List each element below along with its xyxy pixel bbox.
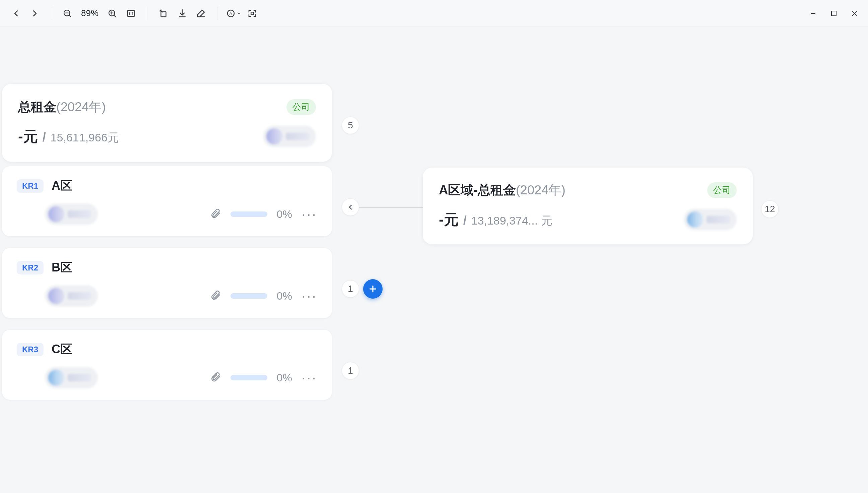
divider (147, 7, 148, 20)
owner-chip[interactable] (45, 203, 98, 225)
zoom-fit-button[interactable]: 1:1 (123, 5, 139, 21)
owner-chip[interactable] (45, 285, 98, 307)
owner-name-redacted (68, 211, 91, 218)
svg-line-6 (114, 15, 116, 17)
kr-tag: KR2 (17, 261, 44, 275)
kr-card-1[interactable]: KR1 A区 0% ··· (2, 166, 332, 236)
back-button[interactable] (8, 5, 24, 21)
kr-tag: KR1 (17, 179, 44, 193)
child-objective-child-count[interactable]: 12 (761, 200, 779, 218)
svg-text:1:1: 1:1 (128, 12, 134, 16)
progress-bar (230, 212, 267, 217)
owner-chip[interactable] (684, 209, 737, 230)
kr2-child-count[interactable]: 1 (342, 280, 359, 298)
scope-badge: 公司 (286, 99, 316, 115)
attachment-icon[interactable] (210, 371, 221, 384)
close-button[interactable] (849, 8, 860, 19)
kr3-child-count[interactable]: 1 (342, 362, 359, 379)
forward-button[interactable] (27, 5, 43, 21)
zoom-level-label: 89% (78, 8, 102, 18)
child-target-value: 13,189,374... 元 (471, 213, 552, 229)
avatar (266, 128, 283, 145)
progress-percent: 0% (277, 290, 292, 302)
minimize-button[interactable] (808, 8, 818, 19)
kr-card-3[interactable]: KR3 C区 0% ··· (2, 330, 332, 400)
owner-name-redacted (707, 216, 730, 223)
scope-badge: 公司 (707, 182, 737, 198)
objective-title-text: 总租金 (18, 100, 56, 114)
svg-rect-15 (831, 11, 836, 16)
zoom-out-button[interactable] (59, 5, 75, 21)
svg-rect-13 (251, 12, 253, 15)
attachment-icon[interactable] (210, 208, 221, 220)
svg-rect-9 (161, 12, 166, 17)
edit-button[interactable] (193, 5, 209, 21)
collapse-right-button[interactable] (342, 198, 359, 216)
divider (217, 7, 217, 20)
kr-name: B区 (51, 259, 72, 276)
rotate-button[interactable] (155, 5, 172, 21)
child-objective-year: (2024年) (516, 183, 565, 197)
progress-bar (230, 293, 267, 299)
add-child-button[interactable] (363, 279, 383, 299)
child-current-value: -元 (439, 210, 459, 230)
objective-year: (2024年) (56, 100, 106, 114)
avatar (48, 288, 64, 304)
more-icon[interactable]: ··· (302, 207, 317, 221)
progress-percent: 0% (277, 372, 292, 384)
owner-chip[interactable] (263, 126, 316, 147)
connector-line (359, 207, 423, 208)
objective-current-value: -元 (18, 127, 38, 147)
tools-group (155, 5, 209, 21)
owner-name-redacted (68, 374, 91, 381)
owner-name-redacted (68, 292, 91, 300)
kr-tag: KR3 (17, 343, 44, 356)
metric-slash: / (463, 214, 467, 228)
child-objective-card[interactable]: A区域-总租金(2024年) 公司 -元 / 13,189,374... 元 (423, 168, 753, 244)
child-objective-title-text: A区域-总租金 (439, 183, 516, 197)
owner-chip[interactable] (45, 367, 98, 388)
okr-canvas[interactable]: 总租金(2024年) 公司 -元 / 15,611,966元 5 KR1 A区 (0, 27, 868, 493)
download-button[interactable] (174, 5, 190, 21)
progress-percent: 0% (277, 208, 292, 220)
objective-metrics: -元 / 15,611,966元 (18, 127, 119, 147)
attachment-icon[interactable] (210, 290, 221, 302)
auto-mode-button[interactable]: A (225, 5, 242, 21)
objective-title: 总租金(2024年) (18, 99, 106, 115)
kr-card-2[interactable]: KR2 B区 0% ··· (2, 248, 332, 318)
window-controls (808, 8, 860, 19)
divider (51, 7, 51, 20)
child-objective-metrics: -元 / 13,189,374... 元 (439, 210, 552, 230)
zoom-group: 89% 1:1 (59, 5, 139, 21)
progress-bar (230, 375, 267, 380)
metric-slash: / (43, 130, 46, 145)
kr-name: C区 (51, 341, 72, 358)
avatar (48, 370, 64, 386)
toolbar: 89% 1:1 A (0, 0, 868, 27)
kr-name: A区 (51, 178, 72, 194)
svg-line-2 (69, 15, 71, 17)
objective-card[interactable]: 总租金(2024年) 公司 -元 / 15,611,966元 (2, 84, 332, 162)
objective-child-count[interactable]: 5 (342, 116, 359, 134)
avatar (687, 212, 703, 228)
fullscreen-button[interactable] (244, 5, 260, 21)
nav-group (8, 5, 43, 21)
owner-name-redacted (286, 133, 309, 140)
objective-target-value: 15,611,966元 (50, 130, 119, 146)
zoom-in-button[interactable] (104, 5, 120, 21)
more-icon[interactable]: ··· (302, 289, 317, 303)
child-objective-title: A区域-总租金(2024年) (439, 181, 565, 199)
svg-text:A: A (229, 12, 232, 16)
more-icon[interactable]: ··· (302, 371, 317, 385)
maximize-button[interactable] (828, 8, 839, 19)
avatar (48, 206, 64, 222)
extra-group: A (225, 5, 260, 21)
